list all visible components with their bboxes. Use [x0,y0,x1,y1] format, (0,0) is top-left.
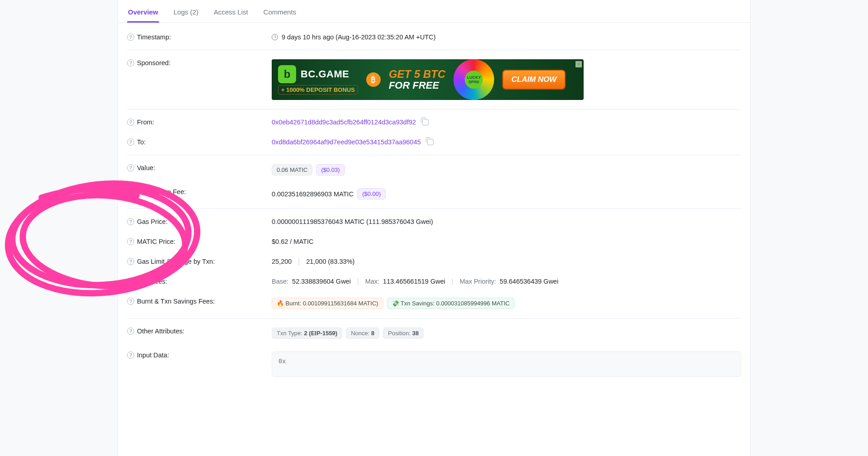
input-data-box[interactable]: 0x [272,352,741,377]
label-timestamp: Timestamp: [137,33,171,41]
lucky-spin-wheel-icon [453,59,494,100]
txn-fee-usd: ($0.00) [357,188,386,200]
label-gas-limit-usage: Gas Limit & Usage by Txn: [137,258,215,265]
position-pill: Position: 38 [383,328,424,339]
help-icon[interactable]: ? [127,238,134,245]
help-icon[interactable]: ? [127,59,134,66]
separator: | [452,278,453,285]
sponsored-ad[interactable]: b BC.GAME + 1000% DEPOSIT BONUS ₿ GET 5 … [272,59,584,100]
timestamp-value: 9 days 10 hrs ago (Aug-16-2023 02:35:20 … [282,33,436,41]
bitcoin-icon: ₿ [366,72,381,87]
from-address-link[interactable]: 0x0eb42671d8dd9c3ad5cfb264ff0124d3ca93df… [272,119,416,126]
burnt-fees-pill: 🔥 Burnt: 0.001099115631684 MATIC) [272,298,383,309]
label-to: To: [137,138,146,146]
row-txn-fee: ? Transaction Fee: 0.002351692896903 MAT… [127,182,741,206]
gas-limit-value: 25,200 [272,258,292,265]
help-icon[interactable]: ? [127,164,134,171]
max-priority-value: 59.646536439 Gwei [500,278,558,285]
tab-access-list[interactable]: Access List [213,4,249,22]
label-txn-fee: Transaction Fee: [137,188,186,195]
claim-now-button[interactable]: CLAIM NOW [502,70,566,90]
clock-icon [272,34,278,40]
label-input-data: Input Data: [137,352,169,359]
help-icon[interactable]: ? [127,258,134,265]
ad-logo-icon: b [278,65,296,83]
help-icon[interactable]: ? [127,33,134,41]
row-other-attributes: ? Other Attributes: Txn Type: 2 (EIP-155… [127,318,741,345]
help-icon[interactable]: ? [127,138,134,146]
txn-fee-amount: 0.002351692896903 MATIC [272,190,354,198]
row-to: ? To: 0xd8da6bf26964af9d7eed9e03e53415d3… [127,132,741,152]
base-fee-value: 52.338839604 Gwei [292,278,351,285]
row-burnt-savings: ? Burnt & Txn Savings Fees: 🔥 Burnt: 0.0… [127,291,741,315]
max-fee-label: Max: [365,278,379,285]
label-value: Value: [137,164,155,171]
gas-price-value: 0.000000111985376043 MATIC (111.98537604… [272,218,433,225]
row-gas-fees: ? Gas Fees: Base: 52.338839604 Gwei | Ma… [127,271,741,291]
label-burnt-savings: Burnt & Txn Savings Fees: [137,298,215,305]
max-priority-label: Max Priority: [460,278,496,285]
ad-headline-1: GET 5 BTC [389,69,445,80]
row-gas-limit-usage: ? Gas Limit & Usage by Txn: 25,200 | 21,… [127,252,741,271]
help-icon[interactable]: ? [127,119,134,126]
row-value: ? Value: 0.06 MATIC ($0.03) [127,155,741,182]
help-icon[interactable]: ? [127,298,134,305]
help-icon[interactable]: ? [127,278,134,285]
row-from: ? From: 0x0eb42671d8dd9c3ad5cfb264ff0124… [127,109,741,132]
help-icon[interactable]: ? [127,352,134,359]
tabs-bar: Overview Logs (2) Access List Comments [118,0,750,23]
row-sponsored: ? Sponsored: b BC.GAME + 1000% DEPOSIT B… [127,50,741,106]
label-gas-fees: Gas Fees: [137,278,167,285]
copy-icon[interactable] [422,119,429,125]
row-input-data: ? Input Data: 0x [127,345,741,383]
base-fee-label: Base: [272,278,288,285]
row-timestamp: ? Timestamp: 9 days 10 hrs ago (Aug-16-2… [127,27,741,47]
label-matic-price: MATIC Price: [137,238,175,245]
label-other-attrs: Other Attributes: [137,328,184,335]
tab-logs[interactable]: Logs (2) [173,4,199,22]
label-sponsored: Sponsored: [137,59,170,66]
matic-price-value: $0.62 / MATIC [272,238,313,245]
label-gas-price: Gas Price: [137,218,168,225]
help-icon[interactable]: ? [127,188,134,195]
tab-overview[interactable]: Overview [127,4,159,22]
separator: | [357,278,359,285]
max-fee-value: 113.465661519 Gwei [383,278,445,285]
tab-comments[interactable]: Comments [263,4,297,22]
ad-headline-2: FOR FREE [389,81,445,90]
separator: | [298,258,300,265]
gas-used-value: 21,000 (83.33%) [306,258,354,265]
help-icon[interactable]: ? [127,218,134,225]
ad-bonus: + 1000% DEPOSIT BONUS [278,85,358,95]
nonce-pill: Nonce: 8 [346,328,379,339]
help-icon[interactable]: ? [127,328,134,335]
to-address-link[interactable]: 0xd8da6bf26964af9d7eed9e03e53415d37aa960… [272,138,421,146]
txn-savings-pill: 💸 Txn Savings: 0.000031085994996 MATIC [387,298,515,309]
ad-brand: BC.GAME [301,68,349,80]
ad-close-icon[interactable]: × [576,61,582,67]
txn-type-pill: Txn Type: 2 (EIP-1559) [272,328,342,339]
row-matic-price: ? MATIC Price: $0.62 / MATIC [127,232,741,252]
row-gas-price: ? Gas Price: 0.000000111985376043 MATIC … [127,209,741,232]
value-usd: ($0.03) [316,164,344,176]
copy-icon[interactable] [427,139,434,145]
label-from: From: [137,119,154,126]
value-amount: 0.06 MATIC [272,164,312,176]
